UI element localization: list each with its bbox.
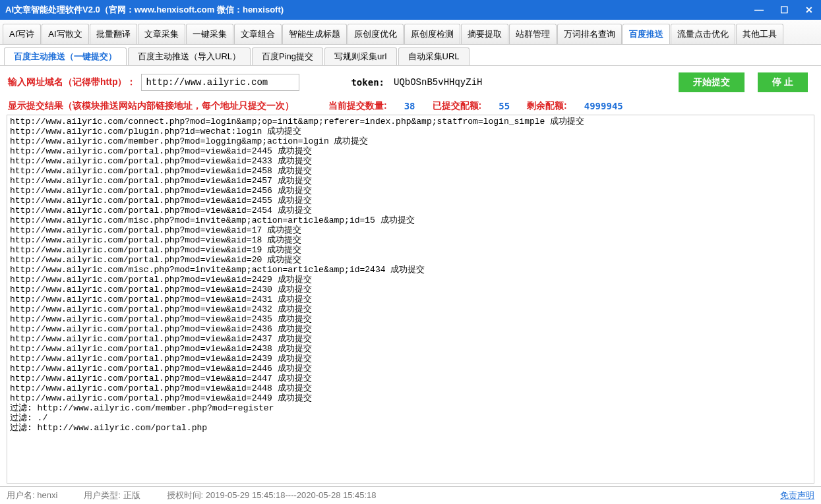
status-bar: 用户名: henxi 用户类型: 正版 授权时间: 2019-05-29 15:… [0, 486, 821, 504]
domain-label: 输入网址域名（记得带http）： [8, 76, 136, 88]
log-line: http://www.ailyric.com/portal.php?mod=vi… [10, 364, 811, 374]
log-line: http://www.ailyric.com/portal.php?mod=vi… [10, 176, 811, 186]
log-line: 过滤: ./ [10, 413, 811, 423]
log-line: http://www.ailyric.com/portal.php?mod=vi… [10, 344, 811, 354]
log-line: http://www.ailyric.com/portal.php?mod=vi… [10, 255, 811, 265]
log-line: http://www.ailyric.com/portal.php?mod=vi… [10, 334, 811, 344]
token-label: token: [351, 77, 384, 88]
log-line: http://www.ailyric.com/portal.php?mod=vi… [10, 245, 811, 255]
main-tab-14[interactable]: 其他工具 [736, 24, 783, 44]
log-line: http://www.ailyric.com/portal.php?mod=vi… [10, 206, 811, 215]
log-line: http://www.ailyric.com/portal.php?mod=vi… [10, 383, 811, 393]
log-line: http://www.ailyric.com/plugin.php?id=wec… [10, 126, 811, 136]
stop-button[interactable]: 停 止 [758, 72, 808, 92]
main-tab-7[interactable]: 原创度优化 [348, 24, 404, 44]
main-tab-1[interactable]: AI写散文 [42, 24, 88, 44]
remain-quota-label: 剩余配额: [527, 100, 567, 112]
sub-tab-4[interactable]: 自动采集URL [398, 47, 470, 65]
log-line: http://www.ailyric.com/portal.php?mod=vi… [10, 235, 811, 245]
log-line: http://www.ailyric.com/portal.php?mod=vi… [10, 294, 811, 304]
main-tab-5[interactable]: 文章组合 [234, 24, 282, 44]
result-title: 显示提交结果（该模块推送网站内部链接地址，每个地址只提交一次） [8, 100, 294, 112]
sub-tab-3[interactable]: 写规则采集url [324, 47, 396, 65]
minimize-icon[interactable]: — [752, 5, 766, 15]
log-line: http://www.ailyric.com/portal.php?mod=vi… [10, 393, 811, 403]
sub-tab-1[interactable]: 百度主动推送（导入URL） [128, 47, 251, 65]
log-line: http://www.ailyric.com/portal.php?mod=vi… [10, 275, 811, 285]
log-line: 过滤: http://www.ailyric.com/portal.php [10, 423, 811, 433]
log-line: http://www.ailyric.com/portal.php?mod=vi… [10, 156, 811, 166]
domain-input[interactable] [141, 74, 299, 91]
main-tab-0[interactable]: AI写诗 [3, 24, 41, 44]
status-auth-time: 授权时间: 2019-05-29 15:45:18----2020-05-28 … [167, 490, 377, 501]
submitted-quota-value: 55 [499, 101, 510, 111]
start-submit-button[interactable]: 开始提交 [679, 72, 745, 92]
maximize-icon[interactable]: ☐ [777, 5, 791, 15]
main-tab-13[interactable]: 流量点击优化 [671, 24, 735, 44]
log-output[interactable]: http://www.ailyric.com/connect.php?mod=l… [7, 115, 814, 484]
log-line: http://www.ailyric.com/portal.php?mod=vi… [10, 324, 811, 334]
log-line: http://www.ailyric.com/connect.php?mod=l… [10, 117, 811, 126]
log-line: http://www.ailyric.com/portal.php?mod=vi… [10, 225, 811, 235]
log-line: http://www.ailyric.com/member.php?mod=lo… [10, 136, 811, 146]
main-tab-8[interactable]: 原创度检测 [404, 24, 460, 44]
main-tab-6[interactable]: 智能生成标题 [282, 24, 347, 44]
main-tab-12[interactable]: 百度推送 [623, 24, 670, 44]
main-tab-10[interactable]: 站群管理 [509, 24, 557, 44]
log-line: http://www.ailyric.com/portal.php?mod=vi… [10, 196, 811, 206]
title-bar: AI文章智能处理软件V2.0（官网：www.henxisoft.com 微信：h… [0, 0, 821, 20]
log-line: http://www.ailyric.com/portal.php?mod=vi… [10, 314, 811, 324]
close-icon[interactable]: ✕ [803, 5, 816, 15]
main-tab-3[interactable]: 文章采集 [138, 24, 185, 44]
sub-tab-0[interactable]: 百度主动推送（一键提交） [4, 47, 127, 65]
log-line: http://www.ailyric.com/misc.php?mod=invi… [10, 215, 811, 225]
main-tab-9[interactable]: 摘要提取 [461, 24, 508, 44]
current-count-label: 当前提交数量: [328, 100, 387, 112]
log-line: 过滤: http://www.ailyric.com/member.php?mo… [10, 403, 811, 413]
token-value[interactable] [390, 74, 515, 90]
log-line: http://www.ailyric.com/portal.php?mod=vi… [10, 374, 811, 383]
current-count-value: 38 [404, 101, 415, 111]
log-line: http://www.ailyric.com/portal.php?mod=vi… [10, 304, 811, 314]
legal-notice-link[interactable]: 免责声明 [780, 490, 814, 501]
status-user: 用户名: henxi [7, 490, 57, 501]
input-row: 输入网址域名（记得带http）： token: 开始提交 停 止 [0, 66, 821, 99]
main-tab-bar: AI写诗AI写散文批量翻译文章采集一键采集文章组合智能生成标题原创度优化原创度检… [0, 20, 821, 45]
sub-tab-2[interactable]: 百度Ping提交 [252, 47, 323, 65]
remain-quota-value: 4999945 [584, 101, 623, 111]
main-tab-11[interactable]: 万词排名查询 [557, 24, 622, 44]
main-tab-4[interactable]: 一键采集 [186, 24, 233, 44]
result-header: 显示提交结果（该模块推送网站内部链接地址，每个地址只提交一次） 当前提交数量: … [0, 99, 821, 113]
log-line: http://www.ailyric.com/portal.php?mod=vi… [10, 146, 811, 156]
submitted-quota-label: 已提交配额: [433, 100, 482, 112]
log-line: http://www.ailyric.com/portal.php?mod=vi… [10, 186, 811, 196]
log-line: http://www.ailyric.com/portal.php?mod=vi… [10, 166, 811, 176]
log-line: http://www.ailyric.com/misc.php?mod=invi… [10, 265, 811, 275]
log-line: http://www.ailyric.com/portal.php?mod=vi… [10, 354, 811, 364]
log-line: http://www.ailyric.com/portal.php?mod=vi… [10, 285, 811, 294]
main-tab-2[interactable]: 批量翻译 [90, 24, 137, 44]
status-user-type: 用户类型: 正版 [84, 490, 140, 501]
window-controls: — ☐ ✕ [752, 5, 816, 15]
window-title: AI文章智能处理软件V2.0（官网：www.henxisoft.com 微信：h… [5, 4, 752, 16]
sub-tab-bar: 百度主动推送（一键提交）百度主动推送（导入URL）百度Ping提交写规则采集ur… [0, 45, 821, 66]
